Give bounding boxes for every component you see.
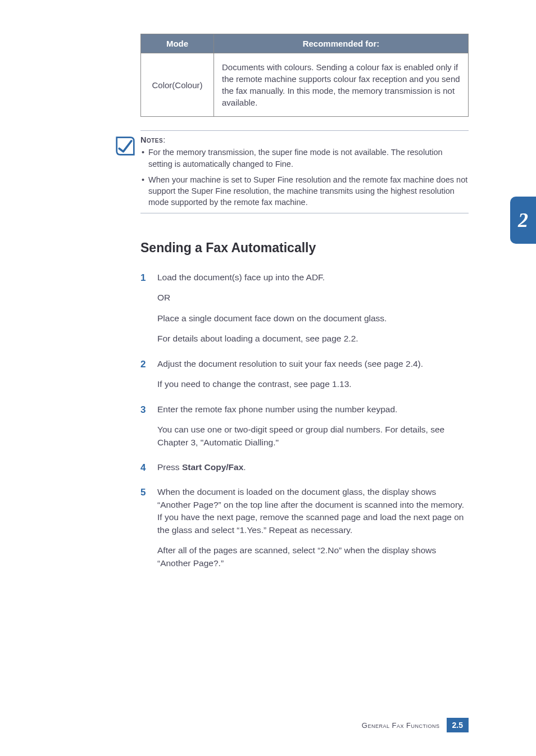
step-2: 2 Adjust the document resolution to suit… [140,358,469,391]
step-5: 5 When the document is loaded on the doc… [140,486,469,570]
notes-icon [115,136,135,156]
step-text: For details about loading a document, se… [157,333,469,345]
page-footer: General Fax Functions 2.5 [362,718,469,732]
section-heading: Sending a Fax Automatically [140,240,469,256]
table-header-recommended: Recommended for: [214,34,469,53]
table-row: Color(Colour) Documents with colours. Se… [141,53,469,117]
step-text-pre: Press [157,462,182,472]
step-text: Load the document(s) face up into the AD… [157,271,469,284]
step-text: Enter the remote fax phone number using … [157,403,469,416]
step-number: 5 [140,486,146,500]
step-number: 4 [140,461,146,475]
divider [140,213,469,213]
notes-item: For the memory transmission, the super f… [148,147,469,170]
step-3: 3 Enter the remote fax phone number usin… [140,403,469,449]
step-text: After all of the pages are scanned, sele… [157,544,469,570]
step-number: 1 [140,271,146,285]
step-text: If you need to change the contrast, see … [157,378,469,390]
table-header-mode: Mode [141,34,214,53]
step-4: 4 Press Start Copy/Fax. [140,461,469,473]
notes-title: Notes [140,135,163,144]
step-number: 3 [140,403,146,417]
step-text: OR [157,292,469,304]
mode-recommendation-table: Mode Recommended for: Color(Colour) Docu… [140,34,469,117]
chapter-side-tab: 2 [510,197,536,244]
step-1: 1 Load the document(s) face up into the … [140,271,469,345]
notes-item: When your machine is set to Super Fine r… [148,174,469,208]
notes-colon: : [163,135,165,144]
table-cell-mode: Color(Colour) [141,53,214,117]
notes-block: Notes: For the memory transmission, the … [115,130,469,213]
divider [140,130,469,131]
table-cell-description: Documents with colours. Sending a colour… [214,53,469,117]
step-text-bold: Start Copy/Fax [182,462,243,472]
step-text-post: . [243,462,246,472]
step-text: Place a single document face down on the… [157,312,469,325]
footer-page-number: 2.5 [447,718,469,732]
step-text: Adjust the document resolution to suit y… [157,358,469,370]
step-number: 2 [140,358,146,372]
step-text: Press Start Copy/Fax. [157,461,469,473]
step-text: When the document is loaded on the docum… [157,486,469,536]
footer-section-label: General Fax Functions [362,721,440,730]
step-text: You can use one or two-digit speed or gr… [157,423,469,449]
